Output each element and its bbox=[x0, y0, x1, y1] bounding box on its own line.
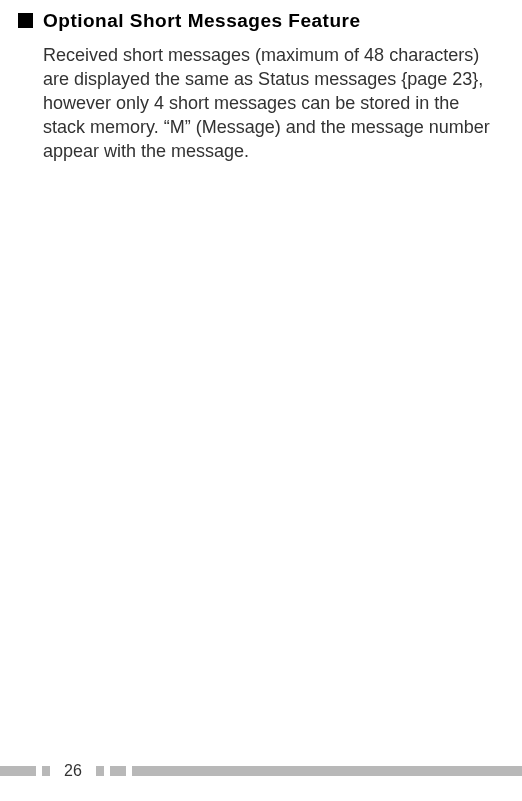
heading-row: Optional Short Messages Feature bbox=[18, 10, 504, 32]
body-paragraph: Received short messages (maximum of 48 c… bbox=[43, 44, 504, 164]
page-content: Optional Short Messages Feature Received… bbox=[0, 0, 522, 164]
footer-decor-bar bbox=[42, 766, 50, 776]
page-footer: 26 bbox=[0, 765, 522, 777]
square-bullet-icon bbox=[18, 13, 33, 28]
footer-decor-bar bbox=[132, 766, 522, 776]
footer-decor-bar bbox=[0, 766, 36, 776]
footer-decor-bar bbox=[110, 766, 126, 776]
footer-decor-bar bbox=[96, 766, 104, 776]
section-heading: Optional Short Messages Feature bbox=[43, 10, 360, 32]
page-number: 26 bbox=[58, 762, 88, 780]
